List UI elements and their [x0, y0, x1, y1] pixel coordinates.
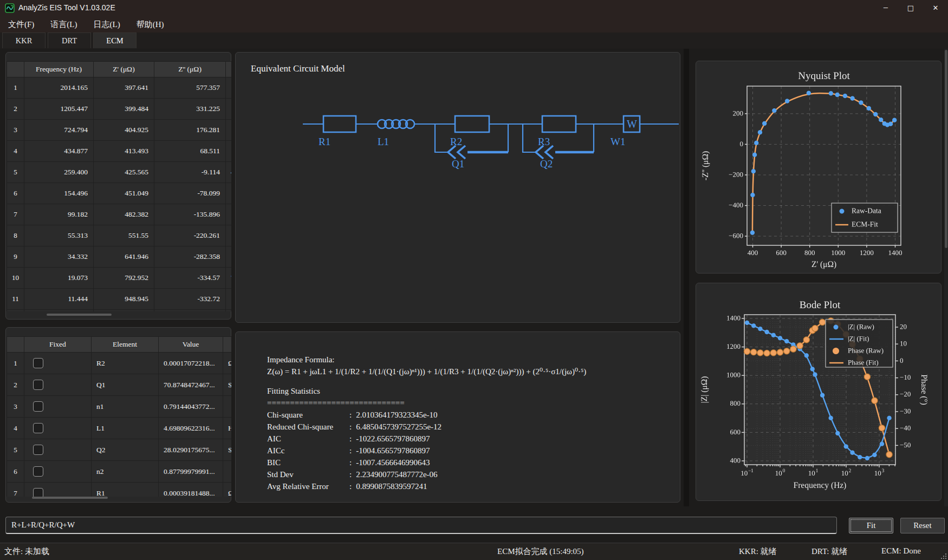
cell-zr[interactable]: 792.952	[94, 268, 154, 289]
cell-zr[interactable]: 551.55	[94, 225, 154, 246]
cell-unit[interactable]: S·sⁿ	[223, 374, 232, 396]
cell-zr[interactable]: 482.382	[94, 204, 154, 225]
menu-item-3[interactable]: 帮助(H)	[128, 16, 172, 32]
cell-zr[interactable]: 641.946	[94, 246, 154, 268]
cell-zi[interactable]: -9.114	[154, 162, 226, 183]
data-table-hscrollbar[interactable]	[47, 314, 112, 316]
cell-freq[interactable]: 1205.447	[24, 99, 94, 120]
cell-element[interactable]: L1	[92, 418, 159, 439]
cell-extra[interactable]	[226, 204, 232, 225]
bode-plot-canvas[interactable]	[696, 283, 942, 502]
cell-element[interactable]: R2	[92, 353, 159, 374]
stat-label: AICc	[267, 445, 349, 457]
cell-value[interactable]: 0.79144043772...	[159, 396, 223, 418]
cell-unit[interactable]: Ω	[223, 483, 232, 497]
fixed-checkbox[interactable]	[33, 488, 43, 497]
menu-item-1[interactable]: 语言(L)	[42, 16, 85, 32]
cell-freq[interactable]: 99.182	[24, 204, 94, 225]
cell-zr[interactable]: 404.925	[94, 120, 154, 141]
cell-value[interactable]: 4.69809622316...	[159, 418, 223, 439]
nyquist-plot-canvas[interactable]	[696, 61, 942, 274]
stat-value: 2.010364179323345e-10	[356, 409, 437, 421]
cell-freq[interactable]: 19.073	[24, 268, 94, 289]
resize-grip-icon[interactable]	[940, 553, 947, 559]
parameter-table-hscrollbar[interactable]	[32, 497, 108, 499]
cell-element[interactable]: n2	[92, 461, 159, 483]
fixed-checkbox[interactable]	[33, 380, 43, 390]
cell-zi[interactable]: -332.72	[154, 289, 226, 310]
cell-zi[interactable]: 331.225	[154, 99, 226, 120]
fixed-checkbox[interactable]	[33, 401, 43, 412]
cell-zr[interactable]: 413.493	[94, 141, 154, 162]
cell-zi[interactable]: 176.281	[154, 120, 226, 141]
cell-extra[interactable]: 4	[226, 162, 232, 183]
tab-drt[interactable]: DRT	[48, 32, 91, 48]
tab-kkr[interactable]: KKR	[2, 32, 46, 48]
cell-num: 7	[7, 204, 24, 225]
cell-value[interactable]: 70.8748472467...	[159, 374, 223, 396]
reset-button[interactable]: Reset	[900, 518, 945, 533]
cell-zi[interactable]: -220.261	[154, 225, 226, 246]
cell-extra[interactable]	[226, 289, 232, 310]
cell-extra[interactable]	[226, 99, 232, 120]
cell-zi[interactable]: -135.896	[154, 204, 226, 225]
cell-zi[interactable]: 68.511	[154, 141, 226, 162]
close-button[interactable]: ✕	[923, 0, 948, 16]
cell-freq[interactable]: 434.877	[24, 141, 94, 162]
fit-button[interactable]: Fit	[849, 518, 893, 533]
cell-zr[interactable]: 425.565	[94, 162, 154, 183]
cell-element[interactable]: n1	[92, 396, 159, 418]
cell-value[interactable]: 28.0290175675...	[159, 439, 223, 461]
cell-unit[interactable]	[223, 461, 232, 483]
cell-value[interactable]: 0.00017072218...	[159, 353, 223, 374]
cell-extra[interactable]: 7	[226, 268, 232, 289]
cell-zr[interactable]: 948.945	[94, 289, 154, 310]
cell-extra[interactable]	[226, 183, 232, 204]
stat-row: Std Dev:2.234900775487772e-06	[267, 468, 586, 480]
cell-unit[interactable]: S·sⁿ	[223, 439, 232, 461]
cell-freq[interactable]: 11.444	[24, 289, 94, 310]
tab-ecm[interactable]: ECM	[93, 32, 137, 48]
cell-zr[interactable]: 399.484	[94, 99, 154, 120]
cell-zr[interactable]: 993.813	[94, 310, 154, 312]
cell-extra[interactable]	[226, 77, 232, 99]
minimize-button[interactable]: ─	[873, 0, 898, 16]
cell-extra[interactable]	[226, 246, 232, 268]
cell-value[interactable]: 0.87799979991...	[159, 461, 223, 483]
cell-value[interactable]: 0.00039181488...	[159, 483, 223, 497]
cell-zr[interactable]: 451.049	[94, 183, 154, 204]
maximize-button[interactable]: □	[898, 0, 923, 16]
cell-freq[interactable]: 154.496	[24, 183, 94, 204]
cell-unit[interactable]: Ω	[223, 353, 232, 374]
cell-freq[interactable]: 34.332	[24, 246, 94, 268]
vscrollbar-handle[interactable]	[945, 50, 947, 248]
fixed-checkbox[interactable]	[33, 445, 43, 455]
cell-freq[interactable]: 9.537	[24, 310, 94, 312]
cell-freq[interactable]: 55.313	[24, 225, 94, 246]
cell-element[interactable]: Q1	[92, 374, 159, 396]
cell-unit[interactable]	[223, 396, 232, 418]
fixed-checkbox[interactable]	[33, 423, 43, 433]
cell-zr[interactable]: 397.641	[94, 77, 154, 99]
cell-zi[interactable]: 577.357	[154, 77, 226, 99]
cell-zi[interactable]: -334.57	[154, 268, 226, 289]
circuit-formula-input[interactable]	[5, 517, 837, 534]
cell-zi[interactable]: -78.099	[154, 183, 226, 204]
fixed-checkbox[interactable]	[33, 358, 43, 368]
cell-unit[interactable]: H	[223, 418, 232, 439]
cell-zi[interactable]: -282.358	[154, 246, 226, 268]
menu-item-2[interactable]: 日志(L)	[86, 16, 128, 32]
cell-zi[interactable]: -323.373	[154, 310, 226, 312]
fixed-checkbox[interactable]	[33, 466, 43, 477]
cell-extra[interactable]	[226, 225, 232, 246]
cell-freq[interactable]: 724.794	[24, 120, 94, 141]
cell-element[interactable]: Q2	[92, 439, 159, 461]
cell-extra[interactable]	[226, 141, 232, 162]
cell-extra[interactable]	[226, 120, 232, 141]
cell-freq[interactable]: 2014.165	[24, 77, 94, 99]
window-vscrollbar[interactable]	[944, 49, 948, 506]
cell-freq[interactable]: 259.400	[24, 162, 94, 183]
cell-element[interactable]: R1	[92, 483, 159, 497]
menu-item-0[interactable]: 文件(F)	[0, 16, 42, 32]
cell-extra[interactable]	[226, 310, 232, 312]
